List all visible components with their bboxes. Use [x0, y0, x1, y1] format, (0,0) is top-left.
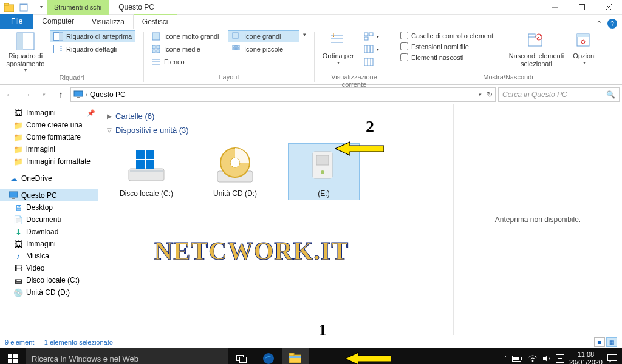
sidebar-item-documents[interactable]: 📄Documenti [0, 214, 98, 226]
layout-expand-icon[interactable]: ▾ [302, 30, 307, 39]
window-maximize-button[interactable] [569, 0, 595, 15]
small-icon [231, 44, 241, 54]
sidebar-item-this-pc[interactable]: Questo PC [0, 189, 98, 201]
taskbar-app-edge[interactable] [255, 348, 282, 364]
layout-medium[interactable]: Icone medie [148, 43, 225, 55]
svg-rect-72 [240, 357, 247, 363]
svg-rect-20 [157, 50, 160, 53]
sidebar-item-videos[interactable]: 🎞Video [0, 262, 98, 274]
folders-header[interactable]: ▶ Cartelle (6) [107, 109, 445, 123]
sidebar-item-folder[interactable]: 📁Immagini formattate [0, 155, 98, 167]
sidebar-item-cd-d[interactable]: 💿Unità CD (D:) [0, 286, 98, 298]
svg-point-65 [321, 170, 324, 174]
annotation-arrow-left [335, 141, 384, 157]
tab-file[interactable]: File [0, 14, 33, 29]
drive-label: (E:) [318, 189, 329, 198]
details-pane-button[interactable]: Riquadro dettagli [50, 43, 135, 55]
sidebar-item-folder[interactable]: 📁Come formattare [0, 131, 98, 143]
this-pc-icon [73, 90, 83, 99]
action-center-icon[interactable] [607, 354, 617, 363]
svg-rect-36 [364, 37, 368, 40]
preview-pane-button[interactable]: Riquadro di anteprima [50, 30, 135, 42]
tab-manage[interactable]: Gestisci [134, 14, 177, 29]
refresh-icon[interactable]: ↻ [487, 90, 493, 99]
qat-dropdown-icon[interactable]: ▾ [36, 4, 47, 10]
sidebar-item-folder[interactable]: 📁Come creare una [0, 119, 98, 131]
sort-by-label: Ordina per [323, 52, 354, 60]
nav-forward-button[interactable]: → [19, 87, 34, 102]
address-bar[interactable]: › Questo PC ▾ ↻ [70, 87, 496, 102]
help-icon[interactable]: ? [607, 19, 617, 29]
taskbar-clock[interactable]: 11:08 20/01/2020 [569, 351, 603, 364]
expander-collapsed-icon[interactable]: ▶ [107, 113, 112, 120]
nav-back-button[interactable]: ← [2, 87, 17, 102]
qat-properties-icon[interactable] [17, 1, 30, 13]
tab-view[interactable]: Visualizza [83, 15, 134, 29]
ribbon-tabs: File Computer Visualizza Gestisci ⌃ ? [0, 15, 622, 29]
nav-up-button[interactable]: ↑ [53, 87, 68, 102]
status-item-count: 9 elementi [5, 339, 36, 346]
svg-rect-74 [289, 355, 301, 363]
svg-rect-79 [521, 357, 522, 360]
window-minimize-button[interactable] [542, 0, 569, 15]
drive-item-c[interactable]: Disco locale (C:) [111, 143, 182, 200]
item-checkboxes-toggle[interactable]: Caselle di controllo elementi [398, 30, 505, 41]
options-button[interactable]: Opzioni ▾ [568, 30, 601, 67]
task-view-button[interactable] [228, 348, 255, 364]
svg-rect-27 [238, 46, 239, 47]
sidebar-item-disk-c[interactable]: 🖴Disco locale (C:) [0, 274, 98, 286]
svg-rect-16 [152, 33, 160, 40]
ribbon-collapse-icon[interactable]: ⌃ [596, 19, 603, 29]
nav-recent-button[interactable]: ▾ [36, 87, 51, 102]
tab-computer[interactable]: Computer [33, 14, 83, 29]
svg-rect-53 [12, 198, 15, 199]
devices-header[interactable]: ▽ Dispositivi e unità (3) [107, 123, 445, 137]
sidebar-item-folder[interactable]: 📁immagini [0, 143, 98, 155]
sort-by-button[interactable]: Ordina per ▾ [318, 30, 358, 67]
preview-pane: Anteprima non disponibile. [453, 104, 622, 335]
address-dropdown-icon[interactable]: ▾ [479, 92, 482, 98]
system-tray: ˄ 11:08 20/01/2020 [504, 351, 622, 364]
taskbar-app-explorer[interactable] [282, 348, 309, 364]
wifi-icon[interactable] [528, 355, 538, 362]
sidebar-item-pictures[interactable]: 🖼Immagini [0, 238, 98, 250]
preview-pane-label: Riquadro di anteprima [66, 33, 132, 40]
layout-small[interactable]: Icone piccole [228, 43, 299, 55]
sidebar-item-desktop[interactable]: 🖥Desktop [0, 201, 98, 214]
volume-icon[interactable] [542, 355, 551, 362]
size-columns-button[interactable] [360, 56, 390, 68]
sidebar-item-pictures-pinned[interactable]: 🖼Immagini📌 [0, 107, 98, 119]
search-input[interactable]: Cerca in Questo PC 🔍 [498, 87, 620, 102]
icons-view-button[interactable]: ▦ [606, 337, 617, 347]
start-button[interactable] [0, 348, 26, 364]
svg-rect-30 [238, 48, 239, 50]
hide-selected-button[interactable]: Nascondi elementi selezionati [507, 30, 566, 69]
file-extensions-toggle[interactable]: Estensioni nomi file [398, 41, 505, 52]
list-icon [151, 57, 161, 67]
hidden-items-toggle[interactable]: Elementi nascosti [398, 52, 505, 62]
language-icon[interactable] [556, 354, 564, 363]
svg-rect-75 [289, 353, 294, 356]
layout-large[interactable]: Icone grandi [228, 30, 299, 42]
large-icon [231, 32, 241, 41]
layout-extra-large[interactable]: Icone molto grandi [148, 30, 225, 42]
tray-overflow-icon[interactable]: ˄ [504, 356, 507, 362]
expander-expanded-icon[interactable]: ▽ [107, 127, 112, 133]
taskbar-search-input[interactable]: Ricerca in Windows e nel Web [26, 348, 228, 364]
group-by-button[interactable]: ▾ [360, 30, 390, 42]
breadcrumb-location[interactable]: Questo PC [90, 90, 126, 99]
drive-item-d[interactable]: Unità CD (D:) [199, 143, 271, 200]
content-pane[interactable]: ▶ Cartelle (6) ▽ Dispositivi e unità (3)… [98, 104, 453, 335]
breadcrumb-separator-icon[interactable]: › [86, 92, 87, 98]
contextual-tab-header: Strumenti dischi [47, 0, 109, 15]
sidebar-item-music[interactable]: ♪Musica [0, 250, 98, 262]
details-view-button[interactable]: ≣ [594, 337, 605, 347]
layout-list[interactable]: Elenco [148, 56, 225, 68]
add-columns-button[interactable]: ▾ [360, 43, 390, 55]
navigation-pane-button[interactable]: Riquadro di spostamento ▾ [4, 30, 47, 74]
sidebar-item-downloads[interactable]: ⬇Download [0, 226, 98, 238]
battery-icon[interactable] [512, 356, 523, 362]
window-close-button[interactable] [595, 0, 622, 15]
svg-rect-40 [364, 58, 373, 66]
sidebar-item-onedrive[interactable]: ☁OneDrive [0, 172, 98, 184]
